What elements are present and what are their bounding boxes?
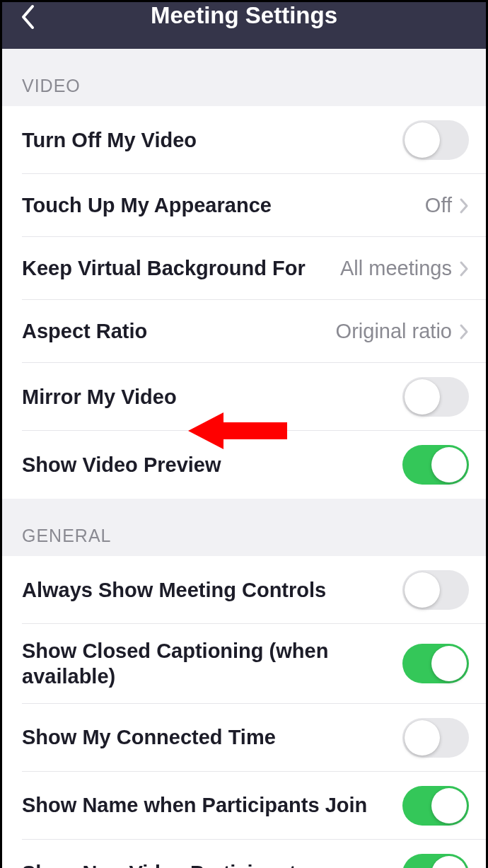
row-touch-up-appearance[interactable]: Touch Up My Appearance Off (2, 174, 486, 237)
general-settings-list: Always Show Meeting Controls Show Closed… (2, 556, 486, 868)
row-value: All meetings (340, 257, 452, 280)
chevron-left-icon (20, 4, 35, 30)
video-settings-list: Turn Off My Video Touch Up My Appearance… (2, 106, 486, 499)
row-connected-time[interactable]: Show My Connected Time (2, 704, 486, 772)
row-always-show-controls[interactable]: Always Show Meeting Controls (2, 556, 486, 624)
toggle-always-show-controls[interactable] (402, 570, 469, 610)
row-label: Keep Virtual Background For (22, 255, 340, 281)
page-title: Meeting Settings (151, 2, 337, 29)
chevron-right-icon (459, 323, 469, 340)
row-mirror-my-video[interactable]: Mirror My Video (2, 363, 486, 431)
chevron-right-icon (459, 197, 469, 214)
row-label: Show Name when Participants Join (22, 792, 402, 818)
row-label: Show Non-Video Participants (22, 860, 402, 868)
toggle-closed-captioning[interactable] (402, 644, 469, 683)
row-aspect-ratio[interactable]: Aspect Ratio Original ratio (2, 300, 486, 363)
row-value: Original ratio (336, 320, 452, 343)
row-label: Show Closed Captioning (when available) (22, 638, 402, 690)
toggle-mirror-my-video[interactable] (402, 377, 469, 417)
row-virtual-background[interactable]: Keep Virtual Background For All meetings (2, 237, 486, 300)
toggle-non-video-participants[interactable] (402, 854, 469, 869)
row-show-name-join[interactable]: Show Name when Participants Join (2, 772, 486, 840)
row-show-video-preview[interactable]: Show Video Preview (2, 431, 486, 499)
row-label: Aspect Ratio (22, 318, 336, 344)
toggle-show-name-join[interactable] (402, 786, 469, 826)
row-non-video-participants[interactable]: Show Non-Video Participants (2, 840, 486, 869)
row-value: Off (425, 194, 452, 217)
back-button[interactable] (13, 3, 42, 31)
section-header-video: VIDEO (2, 49, 486, 106)
toggle-show-video-preview[interactable] (402, 445, 469, 485)
row-label: Show Video Preview (22, 452, 402, 478)
row-label: Always Show Meeting Controls (22, 577, 402, 603)
row-closed-captioning[interactable]: Show Closed Captioning (when available) (2, 624, 486, 704)
toggle-connected-time[interactable] (402, 718, 469, 758)
row-label: Mirror My Video (22, 384, 402, 410)
row-label: Show My Connected Time (22, 724, 402, 750)
row-turn-off-video[interactable]: Turn Off My Video (2, 106, 486, 174)
header-bar: Meeting Settings (2, 2, 486, 49)
row-label: Turn Off My Video (22, 127, 402, 153)
toggle-turn-off-video[interactable] (402, 120, 469, 160)
section-header-general: GENERAL (2, 499, 486, 556)
row-label: Touch Up My Appearance (22, 192, 425, 218)
chevron-right-icon (459, 260, 469, 277)
